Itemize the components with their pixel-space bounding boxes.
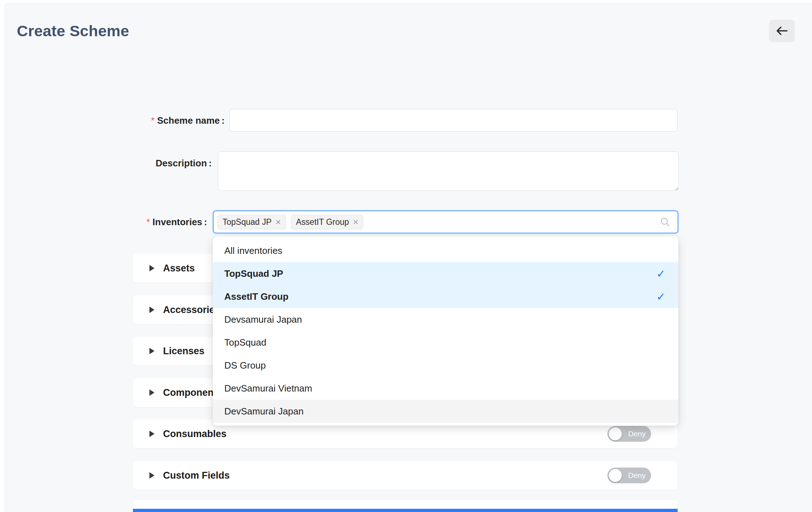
toggle-knob: [609, 469, 622, 482]
dropdown-option[interactable]: Devsamurai Japan: [213, 308, 678, 331]
required-asterisk: *: [151, 115, 154, 126]
arrow-left-icon: [775, 25, 789, 36]
label-colon: :: [209, 158, 212, 169]
description-textarea[interactable]: [218, 151, 679, 191]
tag-remove-icon[interactable]: ×: [353, 217, 358, 227]
dropdown-option[interactable]: TopSquad: [213, 331, 678, 354]
inventories-select[interactable]: TopSquad JP × AssetIT Group ×: [213, 210, 678, 233]
toggle-label: Deny: [628, 471, 646, 480]
selected-inventory-tag: AssetIT Group ×: [291, 215, 363, 229]
dropdown-option[interactable]: TopSquad JP✓: [213, 262, 678, 285]
deny-toggle[interactable]: Deny: [607, 468, 651, 483]
caret-right-icon: [149, 307, 154, 313]
tag-label: TopSquad JP: [223, 217, 272, 227]
inventories-label: *Inventories:: [108, 211, 207, 233]
section-custom-fields[interactable]: Custom Fields Deny: [133, 461, 678, 490]
scheme-name-input[interactable]: [229, 109, 678, 132]
dropdown-option[interactable]: DevSamurai Vietnam: [213, 377, 678, 400]
tag-remove-icon[interactable]: ×: [276, 217, 281, 227]
check-icon: ✓: [656, 290, 665, 303]
label-colon: :: [204, 217, 207, 227]
check-icon: ✓: [656, 267, 665, 280]
dropdown-option[interactable]: DS Group: [213, 354, 678, 377]
scheme-name-label: *Scheme name:: [108, 109, 225, 132]
toggle-label: Deny: [628, 430, 646, 438]
caret-right-icon: [149, 265, 154, 271]
caret-right-icon: [149, 431, 154, 437]
page-title: Create Scheme: [17, 22, 129, 40]
description-label: Description:: [108, 152, 212, 174]
dropdown-option[interactable]: AssetIT Group✓: [213, 285, 678, 308]
toggle-knob: [609, 427, 622, 440]
back-button[interactable]: [769, 20, 795, 42]
caret-right-icon: [149, 472, 154, 479]
deny-toggle[interactable]: Deny: [607, 426, 651, 442]
caret-right-icon: [149, 348, 154, 354]
caret-right-icon: [149, 389, 154, 396]
required-asterisk: *: [146, 217, 150, 227]
label-colon: :: [221, 115, 225, 126]
dropdown-option[interactable]: DevSamurai Japan: [213, 400, 678, 423]
search-icon: [660, 217, 670, 227]
inventories-dropdown: All inventories TopSquad JP✓ AssetIT Gro…: [213, 236, 678, 426]
bottom-blue-bar: [133, 509, 678, 512]
dropdown-option[interactable]: All inventories: [213, 239, 678, 262]
tag-label: AssetIT Group: [296, 217, 349, 227]
selected-inventory-tag: TopSquad JP ×: [218, 215, 286, 229]
